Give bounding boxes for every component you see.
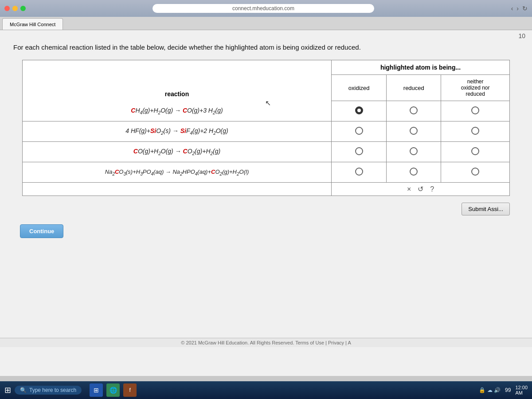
table-row: Na2CO3(s)+H3PO4(aq) → Na2HPO4(aq)+CO2(g)… xyxy=(23,162,509,183)
radio-row1-neither[interactable] xyxy=(441,101,509,121)
radio-row1-oxidized[interactable] xyxy=(332,101,387,121)
oxidized-header: oxidized xyxy=(332,75,387,101)
taskbar-app-2[interactable]: 🌐 xyxy=(106,383,120,397)
radio-row2-oxidized[interactable] xyxy=(332,121,387,142)
browser-tab-active[interactable]: McGraw Hill Connect xyxy=(2,18,63,30)
radio-row3-oxidized[interactable] xyxy=(332,142,387,162)
browser-chrome: connect.mheducation.com ‹ › ↻ xyxy=(0,0,532,17)
table-row: 4 HF(g)+SiO2(s) → SiF4(g)+2 H2O(g) xyxy=(23,121,509,142)
radio-row4-reduced[interactable] xyxy=(387,162,441,183)
table-row: CO(g)+H2O(g) → CO2(g)+H2(g) xyxy=(23,142,509,162)
highlighted-header: highlighted atom is being... xyxy=(332,60,510,75)
radio-oxidized-1[interactable] xyxy=(355,106,363,114)
radio-row4-neither[interactable] xyxy=(441,162,509,183)
nav-back[interactable]: ‹ xyxy=(511,5,513,12)
radio-neither-1[interactable] xyxy=(471,106,479,114)
taskbar-search[interactable]: 🔍 Type here to search xyxy=(15,386,82,395)
taskbar-right-area: 🔒 ☁ 🔊 99 12:00AM xyxy=(479,385,528,395)
reaction-1: CH4(g)+H2O(g) → CO(g)+3 H2(g) xyxy=(23,101,332,121)
radio-reduced-4[interactable] xyxy=(410,168,418,176)
taskbar-app-1[interactable]: ⊞ xyxy=(90,383,103,397)
continue-area: Continue xyxy=(13,218,519,238)
taskbar-apps: ⊞ 🌐 f xyxy=(90,383,137,397)
undo-icon[interactable]: ↺ xyxy=(418,185,423,193)
radio-row3-neither[interactable] xyxy=(441,142,509,162)
search-icon: 🔍 xyxy=(20,387,27,393)
time-display: 12:00AM xyxy=(515,385,528,395)
highlighted-atom-2: Si xyxy=(150,127,156,134)
radio-neither-3[interactable] xyxy=(471,147,479,155)
radio-row3-reduced[interactable] xyxy=(387,142,441,162)
question-text: For each chemical reaction listed in the… xyxy=(13,43,519,51)
reaction-column-header: reaction xyxy=(23,60,332,101)
help-icon[interactable]: ? xyxy=(430,185,434,193)
highlighted-atom-1: C xyxy=(131,107,135,114)
reactions-table: reaction highlighted atom is being... ox… xyxy=(22,60,510,196)
radio-neither-2[interactable] xyxy=(471,127,479,135)
highlighted-atom-4: C xyxy=(115,168,119,175)
reduced-header: reduced xyxy=(387,75,441,101)
radio-reduced-1[interactable] xyxy=(410,106,418,114)
page-number: 10 xyxy=(518,32,525,39)
taskbar: ⊞ 🔍 Type here to search ⊞ 🌐 f 🔒 ☁ 🔊 99 1… xyxy=(0,381,532,399)
submit-area: Submit Assi... xyxy=(13,203,519,215)
neither-header: neitheroxidized norreduced xyxy=(441,75,509,101)
radio-oxidized-3[interactable] xyxy=(355,147,363,155)
table-footer-row: × ↺ ? xyxy=(23,183,509,196)
nav-refresh[interactable]: ↻ xyxy=(522,5,528,12)
search-placeholder-text: Type here to search xyxy=(29,387,76,393)
continue-button[interactable]: Continue xyxy=(20,224,63,238)
radio-oxidized-4[interactable] xyxy=(355,168,363,176)
taskbar-icons: 🔒 ☁ 🔊 xyxy=(479,387,501,393)
nav-forward[interactable]: › xyxy=(516,5,519,12)
radio-row4-oxidized[interactable] xyxy=(332,162,387,183)
radio-row1-reduced[interactable] xyxy=(387,101,441,121)
radio-row2-neither[interactable] xyxy=(441,121,509,142)
radio-row2-reduced[interactable] xyxy=(387,121,441,142)
reaction-2: 4 HF(g)+SiO2(s) → SiF4(g)+2 H2O(g) xyxy=(23,121,332,142)
radio-reduced-2[interactable] xyxy=(410,127,418,135)
submit-button[interactable]: Submit Assi... xyxy=(462,203,510,215)
browser-tab-bar: McGraw Hill Connect xyxy=(0,17,532,30)
cursor-arrow: ↖ xyxy=(265,99,271,107)
reaction-3: CO(g)+H2O(g) → CO2(g)+H2(g) xyxy=(23,142,332,162)
clear-icon[interactable]: × xyxy=(407,185,411,193)
address-bar[interactable]: connect.mheducation.com xyxy=(153,4,374,13)
radio-neither-4[interactable] xyxy=(471,168,479,176)
main-content: 10 ↖ For each chemical reaction listed i… xyxy=(0,30,532,376)
radio-reduced-3[interactable] xyxy=(410,147,418,155)
highlighted-atom-3: C xyxy=(133,148,138,155)
taskbar-app-3[interactable]: f xyxy=(123,383,137,397)
battery-indicator: 99 xyxy=(505,387,511,393)
radio-oxidized-2[interactable] xyxy=(355,127,363,135)
footer-copyright: © 2021 McGraw Hill Education. All Rights… xyxy=(0,338,532,347)
reaction-4: Na2CO3(s)+H3PO4(aq) → Na2HPO4(aq)+CO2(g)… xyxy=(23,162,332,183)
start-button[interactable]: ⊞ xyxy=(4,385,11,395)
